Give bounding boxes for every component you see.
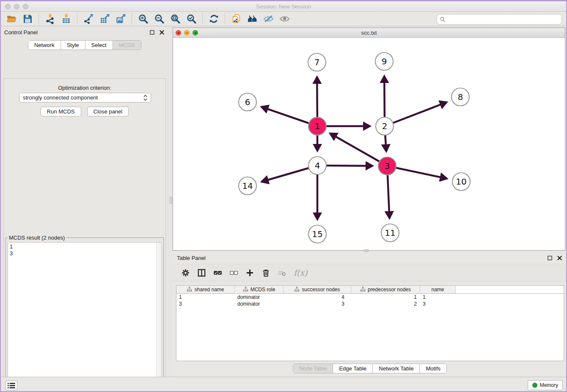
table-tab-node-table[interactable]: Node Table	[293, 364, 333, 373]
cell: dominator	[235, 301, 284, 307]
column-header-predecessor-nodes[interactable]: predecessor nodes	[351, 286, 420, 293]
deselect-all-button[interactable]	[228, 266, 239, 279]
import-network-button[interactable]	[42, 13, 58, 25]
table-row[interactable]: 1dominator411	[176, 294, 564, 301]
duplicate-network-icon	[231, 14, 242, 24]
table-tab-network-table[interactable]: Network Table	[372, 364, 419, 373]
network-window-titlebar[interactable]: scc.txt	[173, 28, 565, 38]
close-table-panel-icon[interactable]	[556, 255, 563, 261]
zoom-in-button[interactable]	[135, 13, 151, 25]
graph-node-label: 10	[456, 177, 466, 187]
import-table-button[interactable]	[58, 13, 74, 25]
open-folder-icon	[6, 14, 17, 24]
export-table-button[interactable]	[96, 13, 113, 25]
network-canvas[interactable]: 7968124314101511	[173, 38, 565, 250]
graph-node-label: 1	[315, 121, 320, 131]
save-session-button[interactable]	[19, 13, 36, 25]
zoom-button[interactable]	[23, 4, 28, 9]
column-label: successor nodes	[302, 287, 340, 293]
graph-node-label: 6	[245, 97, 250, 107]
export-network-button[interactable]	[80, 13, 96, 25]
duplicate-network-button[interactable]	[228, 13, 244, 25]
criterion-select[interactable]: strongly connected component	[19, 93, 151, 102]
table-settings-button[interactable]	[179, 266, 191, 279]
close-panel-button[interactable]: Close panel	[87, 107, 129, 116]
columns-icon	[197, 268, 206, 278]
search-input[interactable]	[447, 15, 561, 24]
refresh-button[interactable]	[206, 13, 222, 25]
table-tab-edge-table[interactable]: Edge Table	[333, 364, 372, 373]
zoom-selected-button[interactable]	[183, 13, 199, 25]
mcds-result-text[interactable]: 13	[8, 243, 156, 391]
network-overview-button[interactable]	[244, 13, 260, 25]
toolbar-separator	[202, 14, 203, 25]
export-image-button[interactable]	[113, 13, 129, 25]
float-panel-icon[interactable]	[149, 29, 155, 36]
add-column-button[interactable]	[244, 266, 256, 279]
show-button[interactable]	[276, 13, 292, 25]
task-history-button[interactable]	[6, 381, 17, 390]
hide-selected-button[interactable]	[260, 13, 276, 25]
toolbar-separator	[132, 14, 132, 25]
network-close-button[interactable]	[176, 30, 181, 36]
memory-button[interactable]: Memory	[528, 380, 563, 390]
export-network-icon	[83, 14, 94, 24]
result-line: 3	[10, 250, 154, 257]
column-header-shared-name[interactable]: shared name	[176, 286, 235, 293]
table-row[interactable]: 3dominator323	[176, 301, 564, 307]
tab-mcds[interactable]: MCDS	[113, 41, 141, 50]
toolbar-separator	[225, 14, 225, 25]
cell: 1	[420, 294, 456, 301]
zoom-fit-button[interactable]	[167, 13, 183, 25]
close-panel-icon[interactable]	[159, 29, 165, 36]
tab-network[interactable]: Network	[28, 41, 61, 50]
cell: 3	[284, 301, 351, 307]
column-header-successor-nodes[interactable]: successor nodes	[284, 286, 351, 293]
select-stepper-icon	[143, 94, 147, 101]
column-label: shared name	[194, 287, 224, 293]
graph-node-label: 2	[382, 121, 388, 131]
eye-icon	[279, 14, 290, 24]
hierarchy-icon	[360, 287, 366, 293]
function-builder-label-disabled: f(x)	[294, 268, 308, 277]
control-panel-tabs: NetworkStyleSelectMCDS	[28, 40, 141, 50]
panel-divider[interactable]	[169, 27, 173, 377]
result-scrollbar[interactable]	[156, 243, 161, 391]
network-minimize-button[interactable]	[184, 30, 190, 36]
open-session-button[interactable]	[3, 13, 19, 25]
float-table-panel-icon[interactable]	[547, 255, 553, 261]
run-mcds-button[interactable]: Run MCDS	[41, 107, 81, 116]
cell: 3	[176, 301, 235, 307]
mcds-result-title: MCDS result (2 nodes)	[8, 235, 66, 241]
export-image-icon	[116, 14, 126, 24]
network-maximize-button[interactable]	[193, 30, 198, 36]
zoom-out-button[interactable]	[151, 13, 167, 25]
cell: 1	[351, 294, 420, 301]
table-panel-title: Table Panel	[177, 255, 543, 261]
graph-node-label: 7	[314, 57, 320, 67]
divider-grip[interactable]	[170, 197, 172, 204]
tab-style[interactable]: Style	[61, 41, 85, 50]
network-window: scc.txt 7968124314101511	[173, 28, 565, 251]
result-line: 1	[10, 243, 154, 250]
search-box[interactable]	[437, 14, 562, 25]
table-header-row: shared nameMCDS rolesuccessor nodesprede…	[176, 286, 564, 294]
select-all-button[interactable]	[212, 266, 223, 279]
column-header-mcds-role[interactable]: MCDS role	[235, 286, 284, 293]
checked-boxes-icon	[213, 268, 223, 278]
close-button[interactable]	[5, 4, 11, 9]
table-tab-motifs[interactable]: Motifs	[419, 364, 446, 373]
search-icon	[440, 17, 446, 22]
import-network-icon	[45, 14, 55, 24]
tab-select[interactable]: Select	[85, 41, 113, 50]
delete-column-button[interactable]	[260, 266, 272, 279]
minimize-button[interactable]	[14, 4, 19, 9]
column-header-name[interactable]: name	[420, 286, 456, 293]
refresh-icon	[209, 14, 219, 24]
zoom-selected-icon	[186, 14, 197, 24]
plus-icon	[245, 268, 255, 278]
column-label: predecessor nodes	[368, 287, 411, 293]
unchecked-boxes-icon	[229, 268, 239, 278]
show-columns-button[interactable]	[195, 266, 207, 279]
table-tabs: Node TableEdge TableNetwork TableMotifs	[293, 364, 447, 373]
